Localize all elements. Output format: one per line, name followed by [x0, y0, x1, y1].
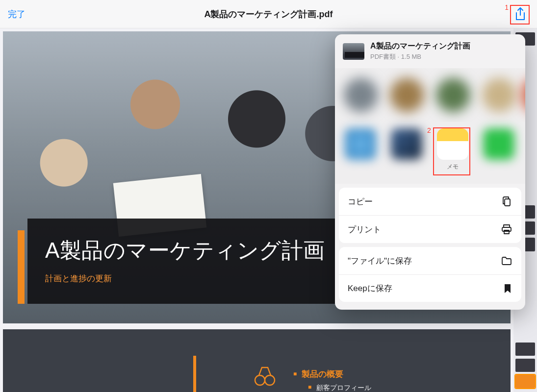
- document-viewport: A製品のマーケティング計画（20X 計画と進捗の更新 ■製品の概要 ■顧客プロフ…: [0, 28, 537, 392]
- annotation-label-1: 1: [505, 3, 509, 11]
- done-button[interactable]: 完了: [8, 8, 26, 20]
- print-icon: [501, 223, 512, 235]
- share-sheet-header: A製品のマーケティング計画 PDF書類 · 1.5 MB: [335, 34, 525, 68]
- list-heading: 製品の概要: [302, 369, 343, 379]
- list-item: 顧客プロフィール: [316, 384, 371, 392]
- svg-rect-2: [505, 199, 510, 206]
- binoculars-icon: [253, 364, 277, 387]
- action-label: プリント: [348, 224, 381, 235]
- share-button[interactable]: 1: [511, 5, 529, 23]
- share-app-notes[interactable]: 2 メモ: [436, 128, 469, 177]
- annotation-label-2: 2: [427, 126, 431, 134]
- share-app[interactable]: [482, 128, 515, 177]
- action-save-to-keep[interactable]: Keepに保存: [339, 274, 521, 302]
- airdrop-contacts-row[interactable]: [335, 68, 525, 122]
- action-copy[interactable]: コピー: [339, 188, 521, 215]
- page-thumb[interactable]: [515, 375, 535, 388]
- share-doc-meta: PDF書類 · 1.5 MB: [370, 52, 517, 61]
- slide-list: ■製品の概要 ■顧客プロフィール: [293, 368, 371, 392]
- share-app[interactable]: [344, 128, 377, 177]
- page-2[interactable]: ■製品の概要 ■顧客プロフィール: [3, 329, 511, 392]
- action-save-to-files[interactable]: "ファイル"に保存: [339, 247, 521, 274]
- bookmark-icon: [503, 283, 512, 294]
- page-thumb[interactable]: [515, 359, 535, 372]
- svg-rect-5: [504, 230, 509, 234]
- share-sheet: A製品のマーケティング計画 PDF書類 · 1.5 MB 2: [335, 34, 525, 310]
- document-title: A製品のマーケティング計画.pdf: [205, 8, 333, 20]
- share-icon: [514, 7, 527, 22]
- share-actions-group-2: "ファイル"に保存 Keepに保存: [339, 247, 521, 302]
- share-app[interactable]: [390, 128, 423, 177]
- action-label: コピー: [348, 196, 373, 207]
- document-thumbnail: [343, 43, 364, 60]
- accent-bar: [193, 356, 196, 392]
- page-thumb[interactable]: [515, 343, 535, 356]
- svg-point-0: [255, 375, 265, 385]
- svg-point-1: [265, 375, 275, 385]
- accent-bar: [18, 230, 25, 304]
- copy-icon: [501, 196, 512, 207]
- top-toolbar: 完了 A製品のマーケティング計画.pdf 1: [0, 0, 537, 28]
- app-label: メモ: [447, 163, 459, 171]
- share-apps-row[interactable]: 2 メモ: [335, 122, 525, 184]
- share-doc-title: A製品のマーケティング計画: [370, 41, 517, 51]
- action-label: "ファイル"に保存: [348, 255, 412, 267]
- folder-icon: [501, 255, 512, 267]
- notes-icon: [437, 128, 468, 160]
- action-print[interactable]: プリント: [339, 215, 521, 243]
- action-label: Keepに保存: [348, 283, 392, 294]
- share-actions-group-1: コピー プリント: [339, 188, 521, 243]
